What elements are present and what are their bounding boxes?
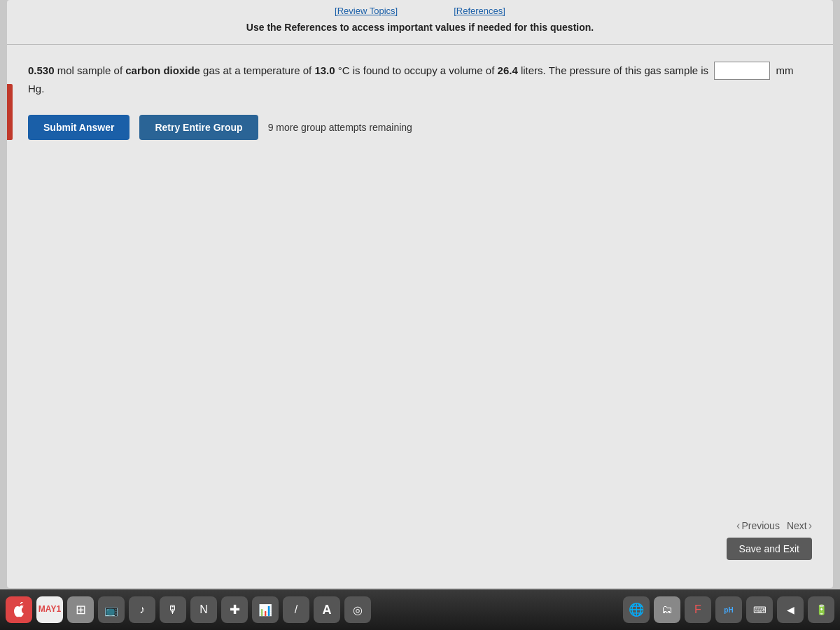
- battery-icon: 🔋: [816, 604, 827, 615]
- nav-row: ‹ Previous Next ›: [736, 519, 812, 532]
- taskbar-podcast-icon[interactable]: 🎙: [160, 596, 186, 623]
- chevron-left-icon: ‹: [736, 519, 740, 532]
- taskbar-finder-icon[interactable]: ⊞: [67, 596, 94, 623]
- taskbar-doc-icon[interactable]: F: [685, 596, 711, 623]
- calendar-month: MAY: [38, 605, 57, 614]
- podcast-icon: 🎙: [167, 603, 178, 616]
- attempts-text: 9 more group attempts remaining: [268, 122, 412, 133]
- ph-icon: pH: [724, 606, 733, 614]
- content-area: 0.530 mol sample of carbon dioxide gas a…: [7, 50, 833, 151]
- answer-input[interactable]: [714, 62, 770, 80]
- taskbar-siri-icon[interactable]: ◎: [344, 596, 371, 623]
- save-exit-row: Save and Exit: [727, 538, 812, 560]
- divider: [7, 44, 833, 45]
- taskbar-plus-icon[interactable]: ✚: [221, 596, 248, 623]
- tv-icon: 📺: [104, 603, 118, 617]
- calendar-day: 1: [56, 605, 61, 614]
- retry-button[interactable]: Retry Entire Group: [139, 115, 258, 140]
- q-part2b: °C is found to occupy a volume of: [335, 64, 498, 76]
- apple-icon: [11, 602, 27, 617]
- chrome-icon: 🌐: [629, 602, 644, 617]
- references-link[interactable]: [References]: [454, 6, 505, 16]
- next-label: Next: [787, 520, 807, 531]
- answer-line: [711, 62, 773, 80]
- notes-icon: N: [200, 603, 208, 616]
- A-icon: A: [323, 603, 332, 617]
- doc-icon: F: [694, 603, 701, 616]
- q-bold1: carbon dioxide: [125, 64, 200, 76]
- taskbar-A-icon[interactable]: A: [314, 596, 340, 623]
- q-part3: liters. The pressure of this gas sample …: [518, 64, 708, 76]
- plus-icon: ✚: [230, 602, 240, 617]
- keyboard-icon: ⌨: [753, 605, 766, 615]
- grid-icon: ⊞: [76, 602, 86, 617]
- taskbar-calendar-icon[interactable]: MAY 1: [36, 596, 63, 623]
- taskbar-tv-icon[interactable]: 📺: [98, 596, 125, 623]
- wifi-icon: ◀: [787, 604, 794, 615]
- taskbar-music-icon[interactable]: ♪: [129, 596, 155, 623]
- previous-label: Previous: [741, 520, 779, 531]
- q-mol-label: mol sample of: [57, 64, 126, 76]
- taskbar: MAY 1 ⊞ 📺 ♪ 🎙 N ✚ 📊 / A ◎ 🌐 🗂 F p: [0, 589, 840, 630]
- chart-icon: 📊: [258, 603, 272, 617]
- chevron-right-icon: ›: [808, 519, 812, 532]
- taskbar-finder2-icon[interactable]: 🗂: [654, 596, 680, 623]
- taskbar-ph-icon[interactable]: pH: [715, 596, 742, 623]
- top-bar: [Review Topics] [References]: [7, 0, 833, 19]
- q-part2: gas at a temperature of: [200, 64, 314, 76]
- next-button[interactable]: Next ›: [787, 519, 812, 532]
- button-row: Submit Answer Retry Entire Group 9 more …: [28, 115, 812, 140]
- taskbar-slash-icon[interactable]: /: [283, 596, 309, 623]
- save-exit-button[interactable]: Save and Exit: [727, 538, 812, 560]
- taskbar-keyboard-icon[interactable]: ⌨: [746, 596, 773, 623]
- finder-icon: 🗂: [662, 603, 673, 616]
- q-temp: 13.0: [314, 64, 335, 76]
- reference-note: Use the References to access important v…: [7, 19, 833, 44]
- q-part1: 0.530: [28, 64, 55, 76]
- slash-icon: /: [295, 603, 298, 616]
- q-volume: 26.4: [498, 64, 518, 76]
- review-topics-link[interactable]: [Review Topics]: [335, 6, 398, 16]
- taskbar-chrome-icon[interactable]: 🌐: [623, 596, 650, 623]
- taskbar-wifi-icon[interactable]: ◀: [777, 596, 804, 623]
- previous-button[interactable]: ‹ Previous: [736, 519, 780, 532]
- music-icon: ♪: [139, 603, 145, 616]
- siri-icon: ◎: [353, 603, 363, 617]
- question-text: 0.530 mol sample of carbon dioxide gas a…: [28, 62, 812, 98]
- submit-button[interactable]: Submit Answer: [28, 115, 130, 140]
- taskbar-notes-icon[interactable]: N: [190, 596, 217, 623]
- taskbar-apple-icon[interactable]: [6, 596, 32, 623]
- left-accent-strip: [7, 84, 13, 140]
- taskbar-chart-icon[interactable]: 📊: [252, 596, 279, 623]
- taskbar-battery-icon[interactable]: 🔋: [808, 596, 834, 623]
